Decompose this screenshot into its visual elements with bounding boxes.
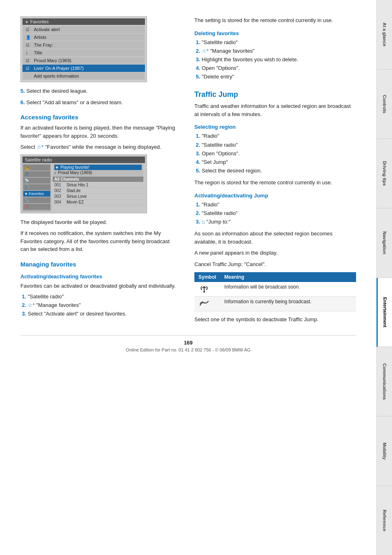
menu-item-label: Artists: [34, 35, 47, 40]
channel-row-3: 003 Sirius Love: [53, 194, 143, 199]
screen2-body: 📻 🎵 📡 🔊 ★ Favorites 🔧 ❓: [22, 164, 145, 211]
playing-row-favorite: ★ Playing favorite!: [54, 165, 142, 170]
screen1-title-bar: ★ Favorites: [22, 18, 145, 25]
page-footer: 169 Online Edition for Part no. 01 41 2 …: [20, 335, 356, 352]
region-stored-text: The region is stored for the remote cont…: [194, 179, 356, 187]
symbol-cell-1: [194, 282, 220, 297]
menu-item-label: Proud Mary (1969): [34, 58, 71, 63]
star-playing-icon: ★: [55, 165, 59, 170]
menu-item-label: Livin' On A Prayer (1987): [34, 66, 84, 71]
region-step-1: "Radio": [202, 132, 356, 140]
tab-controls[interactable]: Controls: [376, 69, 392, 139]
checkbox-icon-4: ☑: [26, 66, 31, 71]
svg-point-0: [203, 291, 205, 293]
table-header-meaning: Meaning: [220, 272, 356, 282]
tab-at-a-glance[interactable]: At a glance: [376, 0, 392, 69]
menu-item-add-sports: Add sports information: [22, 72, 145, 80]
channel-row-4: 004 Movin EZ: [53, 199, 143, 205]
menu-item-the-fray: ☑ The Fray:: [22, 41, 145, 49]
managing-step-1: "Satellite radio": [28, 293, 176, 300]
meaning-cell-2: Information is currently being broadcast…: [220, 297, 356, 311]
activating-deactivating-subheading: Activating/deactivating favorites: [20, 273, 176, 280]
jump-step-1: "Radio": [202, 201, 356, 208]
checkbox-icon: ☑: [26, 27, 31, 32]
select-symbol-text: Select one of the symbols to deactivate …: [194, 316, 356, 324]
tab-mobility[interactable]: Mobility: [376, 416, 392, 486]
traffic-jump-table: Symbol Meaning: [194, 272, 356, 311]
deleting-step-1: "Satellite radio": [202, 39, 356, 46]
jump-info-p1: As soon as information about the selecte…: [194, 230, 356, 246]
page-container: At a glance Controls Driving tips Naviga…: [0, 0, 392, 555]
manage-favorites-star: ☆*: [28, 302, 35, 308]
jump-step-3: ⌂ "Jump to:": [202, 218, 356, 226]
left-item-6: 🔧: [23, 197, 50, 203]
region-step-4: "Set Jump": [202, 159, 356, 166]
tab-reference[interactable]: Reference: [376, 486, 392, 555]
footer-text: Online Edition for Part no. 01 41 2 602 …: [20, 347, 356, 352]
managing-steps-list: "Satellite radio" ☆* "Manage favorites" …: [20, 293, 176, 318]
table-row-2: Information is currently being broadcast…: [194, 297, 356, 311]
tab-entertainment[interactable]: Entertainment: [376, 278, 392, 347]
menu-item-proud-mary: ☑ Proud Mary (1969): [22, 57, 145, 64]
jump-info-p2: A new panel appears in the display.: [194, 249, 356, 257]
tab-navigation[interactable]: Navigation: [376, 208, 392, 278]
accessing-intro: If an activated favorite is being played…: [20, 124, 176, 140]
left-item-7: ❓: [23, 204, 50, 210]
side-tabs: At a glance Controls Driving tips Naviga…: [376, 0, 392, 555]
deleting-step-4: Open "Options".: [202, 65, 356, 72]
deleting-step-2: ☆* "Manage favorites": [202, 47, 356, 55]
channel-row-1: 001 Sirius Hits 1: [53, 182, 143, 188]
managing-step-2: ☆* "Manage favorites": [28, 302, 176, 309]
menu-item-label: The Fray:: [34, 43, 53, 47]
favorites-star-icon: ★: [25, 20, 29, 24]
left-column: ★ Favorites ☑ Activate alert 👤 Artists: [20, 16, 182, 327]
activating-jump-heading: Activating/deactivating Jump: [194, 192, 356, 199]
region-step-3: Open "Options".: [202, 150, 356, 157]
checkbox-icon-2: ☑: [26, 43, 31, 47]
screen2-title-bar: Satellite radio: [22, 157, 145, 163]
satellite-radio-screen: Satellite radio 📻 🎵 📡 🔊 ★ Favorites 🔧 ❓: [20, 154, 147, 213]
screen2-title-label: Satellite radio: [25, 157, 52, 162]
manage-fav-star-delete: ☆*: [202, 48, 209, 54]
all-channels-header: All Channels: [53, 177, 143, 182]
left-item-3: 📡: [23, 178, 50, 184]
setting-stored-text: The setting is stored for the remote con…: [194, 16, 356, 25]
deleting-favorites-heading: Deleting favorites: [194, 30, 356, 36]
menu-item-label: Title: [34, 50, 42, 55]
meaning-cell-1: Information will be broadcast soon.: [220, 282, 356, 297]
selecting-region-heading: Selecting region: [194, 124, 356, 130]
accessing-favorites-heading: Accessing favorites: [20, 114, 176, 121]
screen2-left-panel: 📻 🎵 📡 🔊 ★ Favorites 🔧 ❓: [22, 164, 51, 211]
menu-item-activate-alert: ☑ Activate alert: [22, 26, 145, 33]
tab-communications[interactable]: Communications: [376, 347, 392, 416]
music-icon: ♪: [26, 51, 31, 55]
menu-item-label: Activate alert: [34, 27, 60, 32]
table-row-1: Information will be broadcast soon.: [194, 282, 356, 297]
traffic-jump-heading: Traffic Jump: [194, 90, 356, 99]
screen1-title: Favorites: [30, 19, 49, 24]
right-column: The setting is stored for the remote con…: [194, 16, 356, 327]
managing-step-3: Select "Activate alert" or desired favor…: [28, 310, 176, 318]
symbol-cell-2: [194, 297, 220, 311]
accessing-instruction: Select ☆* "Favorites" while the message …: [20, 143, 176, 151]
jump-step-2: "Satellite radio": [202, 210, 356, 217]
playing-row-song: ♪ Proud Mary (1969): [54, 170, 142, 175]
screen2-right-panel: ★ Playing favorite! ♪ Proud Mary (1969) …: [51, 164, 145, 211]
screen2-playing-area: ★ Playing favorite! ♪ Proud Mary (1969): [53, 164, 143, 176]
selecting-region-steps: "Radio" "Satellite radio" Open "Options"…: [194, 132, 356, 175]
step5-text: 5. Select the desired league.: [20, 87, 176, 95]
menu-item-livin-on-prayer: ☑ Livin' On A Prayer (1987): [22, 65, 145, 72]
music-playing-icon: ♪: [54, 170, 56, 175]
activating-deactivating-text: Favorites can be activated or deactivate…: [20, 282, 176, 290]
step6-text: 6. Select "Add all teams" or a desired t…: [20, 98, 176, 107]
deleting-step-5: "Delete entry": [202, 73, 356, 81]
region-step-5: Select the desired region.: [202, 167, 356, 175]
region-step-2: "Satellite radio": [202, 141, 356, 149]
left-item-favorites: ★ Favorites: [23, 191, 50, 197]
table-header-symbol: Symbol: [194, 272, 220, 282]
left-item-2: 🎵: [23, 171, 50, 177]
broadcasting-now-icon: [198, 299, 210, 308]
broadcast-soon-icon: [198, 284, 210, 293]
channel-row-2: 002 StarLite: [53, 188, 143, 194]
tab-driving-tips[interactable]: Driving tips: [376, 139, 392, 208]
